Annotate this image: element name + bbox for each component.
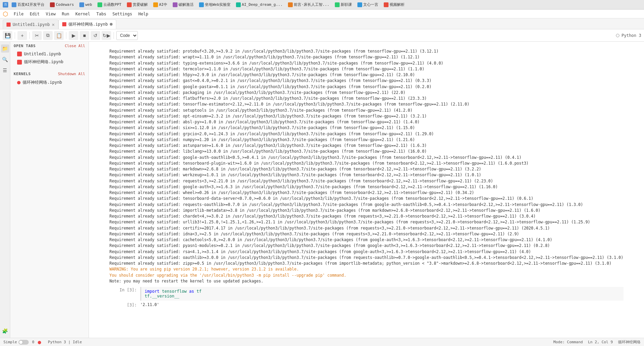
file-label-untitled1: Untitled1.ipynb [24,52,61,56]
tab-recurrent[interactable]: 循环神经网络.ipynb [58,19,116,29]
kernel-item-recurrent[interactable]: 循环神经网络.ipynb [10,78,89,87]
kernel-name-label: Python 3 [621,33,641,38]
extensions-icon-btn[interactable]: 🧩 [1,327,9,335]
menu-kernel[interactable]: Kernel [73,11,93,17]
menu-help[interactable]: Help [135,11,151,17]
copy-button[interactable]: ⧉ [43,31,53,40]
cell-count-badge: 0 [32,340,35,344]
browser-bar: 百 百度AI开发平台 Codewars web 云函数PPT 赏爱破解 AI中 … [0,0,644,10]
kernels-header: KERNELS Shutdown All [10,70,89,78]
bookmark-crack1[interactable]: 赏爱破解 [126,1,149,8]
toolbar-sep-3 [66,32,66,39]
notebook-area[interactable]: Requirement already satisfied: protobuf<… [89,42,644,338]
import-keyword: import [145,289,159,294]
python-idle-status: Python 3 | Idle [48,340,82,344]
output-line-23: Requirement already satisfied: requests<… [109,178,623,184]
cut-button[interactable]: ✂ [32,31,42,40]
status-right: Mode: Command Ln 2, Col 9 循环神经网络 [553,340,641,345]
menu-edit[interactable]: Edit [27,11,42,17]
as-keyword: as [189,289,194,294]
shutdown-all-button[interactable]: Shutdown All [58,72,85,76]
toolbar-sep-2 [29,32,30,39]
output-warning-2: You should consider upgrading via the '/… [109,273,623,278]
bookmark-video[interactable]: 视频解析 [382,1,406,8]
menu-run[interactable]: Run [59,11,72,17]
cell-3-output-container: [3]: '2.11.0' [109,302,623,310]
bookmark-codewars[interactable]: Codewars [49,2,75,8]
output-line-28: Requirement already satisfied: importlib… [109,208,623,213]
bookmarks-bar: 百度AI开发平台 Codewars web 云函数PPT 赏爱破解 AI中 破解… [10,1,406,8]
bookmark-web[interactable]: web [78,2,93,8]
tab-close-untitled1[interactable]: × [52,22,54,27]
save-button[interactable]: 💾 [3,31,12,40]
output-line-20: Requirement already satisfied: tensorboa… [109,161,623,166]
nav-icon-btn[interactable]: ☰ [1,66,9,74]
cell-3-body[interactable]: import tensorflow as tf tf.__version__ [140,287,623,301]
bookmark-crack2[interactable]: 破解激活 [171,1,195,8]
menu-settings[interactable]: Settings [110,11,135,17]
run-button[interactable]: ▶ [69,31,78,40]
main-layout: 📁 🔍 ☰ 🧩 OPEN TABS Close All Untitled1.ip… [0,42,644,338]
sidebar-panel: OPEN TABS Close All Untitled1.ipynb 循环神经… [10,42,89,338]
add-cell-button[interactable]: + [17,31,27,40]
status-bar: Simple 0 ● Python 3 | Idle Mode: Command… [0,338,644,346]
bookmark-yunppt[interactable]: 云函数PPT [96,1,123,8]
output-line-29: Requirement already satisfied: chardet<4… [109,213,623,219]
output-line-9: Requirement already satisfied: flatbuffe… [109,96,623,101]
output-line-33: Requirement already satisfied: cachetool… [109,237,623,243]
sidebar-file-recurrent[interactable]: 循环神经网络.ipynb [10,58,89,66]
output-line-7: Requirement already satisfied: google-pa… [109,84,623,90]
paste-button[interactable]: 📋 [54,31,64,40]
tab-label-untitled1: Untitled1.ipynb [13,22,50,27]
status-left: Simple 0 ● [3,339,41,345]
output-line-3: Requirement already satisfied: typing-ex… [109,60,623,66]
output-line-13: Requirement already satisfied: absl-py>=… [109,119,623,125]
output-line-18: Requirement already satisfied: libclang>… [109,149,623,154]
restart-button[interactable]: ↺ [91,31,100,40]
bookmark-qianyan[interactable]: 前言·床长人工智... [287,1,331,8]
bookmark-xinzhike[interactable]: 新职课 [333,1,353,8]
toolbar-sep-1 [15,32,15,39]
mode-toggle[interactable] [18,340,29,345]
output-line-25: Requirement already satisfied: wheel>=0.… [109,190,623,196]
bookmark-ai[interactable]: AI中 [152,1,169,8]
restart-run-button[interactable]: ↻▶ [102,31,111,40]
menu-view[interactable]: View [43,11,58,17]
files-icon-btn[interactable]: 📁 [1,44,9,53]
output-line-8: Requirement already satisfied: packaging… [109,90,623,96]
cell-3-container: In [3]: import tensorflow as tf tf.__ver… [109,287,623,301]
menu-tabs[interactable]: Tabs [94,11,109,17]
bookmark-deepdream[interactable]: AI_Deep_dream_g... [235,2,284,8]
cell-type-select[interactable]: Code [116,31,138,40]
output-line-12: Requirement already satisfied: opt-einsu… [109,113,623,119]
cell-3-prompt: In [3]: [109,287,137,301]
output-line-19: Requirement already satisfied: google-au… [109,155,623,161]
open-tabs-header: OPEN TABS Close All [10,42,89,50]
output-warning-1: WARNING: You are using pip version 20.2.… [109,266,623,272]
bookmark-web-lab[interactable]: 坐地Web实验室 [198,1,232,8]
output-line-5: Requirement already satisfied: h5py>=2.9… [109,72,623,78]
tab-untitled1[interactable]: Untitled1.ipynb × [3,19,58,29]
output-line-14: Requirement already satisfied: six>=1.12… [109,125,623,131]
sidebar-file-untitled1[interactable]: Untitled1.ipynb [10,50,89,58]
file-icon-recurrent [17,60,22,65]
search-icon-btn[interactable]: 🔍 [1,55,9,64]
cell-3-code[interactable]: import tensorflow as tf tf.__version__ [140,287,623,301]
cell-3-output-value: '2.11.0' [140,302,159,308]
close-all-button[interactable]: Close All [65,44,85,48]
stop-button[interactable]: ■ [80,31,89,40]
output-line-37: Requirement already satisfied: zipp>=0.5… [109,261,623,266]
module-alias: tf [197,289,201,294]
cell-3-out-prompt: [3]: [109,302,137,310]
bookmark-wenxin[interactable]: 文心一言 [356,1,380,8]
output-line-4: Requirement already satisfied: termcolor… [109,66,623,72]
kernel-label-recurrent: 循环神经网络.ipynb [23,80,62,85]
bookmark-baidu-ai[interactable]: 百度AI开发平台 [10,1,46,8]
menu-file[interactable]: File [11,11,26,17]
import-module: tensorflow [162,289,187,294]
output-line-2: Requirement already satisfied: wrapt>=1.… [109,54,623,60]
output-line-1: Requirement already satisfied: protobuf<… [109,49,623,54]
output-line-24: Requirement already satisfied: google-au… [109,184,623,190]
output-line-6: Requirement already satisfied: gast<=0.4… [109,78,623,84]
jupyter-menubar: ⬡ File Edit View Run Kernel Tabs Setting… [0,10,644,18]
